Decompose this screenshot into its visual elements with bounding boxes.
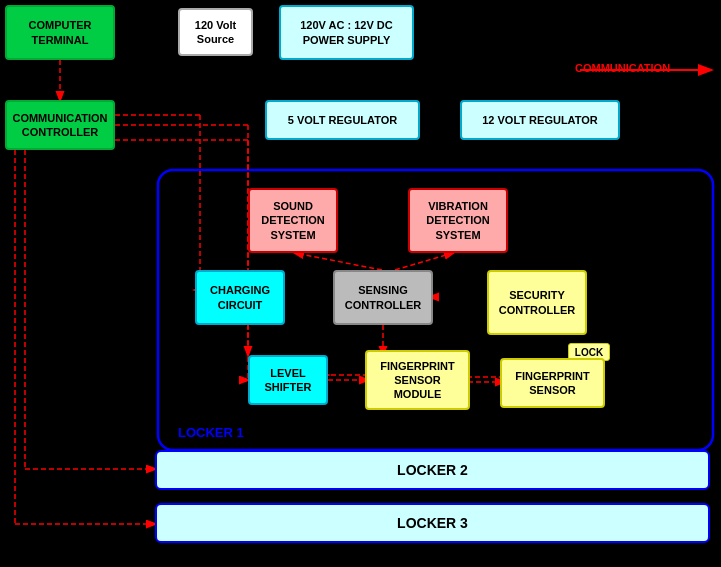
power-supply-label: 120V AC : 12V DC POWER SUPPLY xyxy=(300,18,393,47)
svg-line-20 xyxy=(295,253,382,270)
sound-detection-label: SOUND DETECTION SYSTEM xyxy=(261,199,325,242)
sensing-controller-label: SENSING CONTROLLER xyxy=(345,283,421,312)
twelve-volt-reg-label: 12 VOLT REGULATOR xyxy=(482,113,598,127)
twelve-volt-reg-block: 12 VOLT REGULATOR xyxy=(460,100,620,140)
svg-line-21 xyxy=(395,253,453,270)
security-controller-block: SECURITY CONTROLLER xyxy=(487,270,587,335)
locker1-label: LOCKER 1 xyxy=(178,425,244,440)
vibration-detection-label: VIBRATION DETECTION SYSTEM xyxy=(426,199,490,242)
charging-circuit-label: CHARGING CIRCUIT xyxy=(210,283,270,312)
volt-source-label: 120 Volt Source xyxy=(195,18,236,47)
five-volt-reg-label: 5 VOLT REGULATOR xyxy=(288,113,397,127)
computer-terminal-block: COMPUTER TERMINAL xyxy=(5,5,115,60)
security-controller-label: SECURITY CONTROLLER xyxy=(499,288,575,317)
fingerprint-sensor-module-label: FINGERPRINT SENSOR MODULE xyxy=(380,359,455,402)
sensing-controller-block: SENSING CONTROLLER xyxy=(333,270,433,325)
lock-label: LOCK xyxy=(575,346,603,359)
locker2-label: LOCKER 2 xyxy=(397,462,468,478)
communication-controller-label: COMMUNICATION CONTROLLER xyxy=(12,111,107,140)
volt-source-block: 120 Volt Source xyxy=(178,8,253,56)
fingerprint-sensor-module-block: FINGERPRINT SENSOR MODULE xyxy=(365,350,470,410)
computer-terminal-label: COMPUTER TERMINAL xyxy=(29,18,92,47)
svg-line-13 xyxy=(115,135,248,380)
communication-label: COMMUNICATION xyxy=(575,62,670,74)
locker2-block: LOCKER 2 xyxy=(155,450,710,490)
five-volt-reg-block: 5 VOLT REGULATOR xyxy=(265,100,420,140)
power-supply-block: 120V AC : 12V DC POWER SUPPLY xyxy=(279,5,414,60)
locker3-block: LOCKER 3 xyxy=(155,503,710,543)
fingerprint-sensor-block: FINGERPRINT SENSOR xyxy=(500,358,605,408)
fingerprint-sensor-label: FINGERPRINT SENSOR xyxy=(515,369,590,398)
level-shifter-label: LEVEL SHIFTER xyxy=(264,366,311,395)
charging-circuit-block: CHARGING CIRCUIT xyxy=(195,270,285,325)
level-shifter-block: LEVEL SHIFTER xyxy=(248,355,328,405)
communication-controller-block: COMMUNICATION CONTROLLER xyxy=(5,100,115,150)
locker3-label: LOCKER 3 xyxy=(397,515,468,531)
sound-detection-block: SOUND DETECTION SYSTEM xyxy=(248,188,338,253)
vibration-detection-block: VIBRATION DETECTION SYSTEM xyxy=(408,188,508,253)
